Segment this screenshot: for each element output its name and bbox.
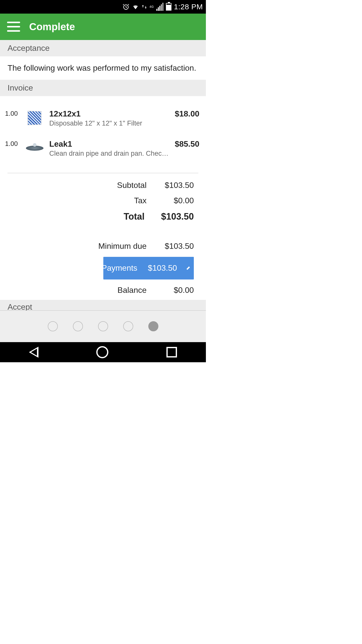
tax-value: $0.00 [156,196,194,205]
wifi-icon [132,3,139,10]
item-title: Leak1 [49,139,170,149]
back-button[interactable] [29,347,38,358]
min-due-row: Minimum due $103.50 [12,242,194,251]
page-indicator [0,310,206,342]
page-title: Complete [29,21,75,32]
tax-row: Tax $0.00 [12,196,194,205]
item-description: Clean drain pipe and drain pan. Check to… [49,150,170,157]
network-type: 4G [150,5,154,9]
filter-icon [27,111,41,125]
alarm-icon [122,3,129,10]
recent-apps-button[interactable] [166,347,177,357]
battery-icon [166,3,171,11]
status-time: 1:28 PM [174,3,203,11]
page-dot[interactable] [98,321,108,331]
sync-icon [142,4,147,10]
android-status-bar: 4G 1:28 PM [0,0,206,14]
section-acceptance-header: Acceptance [0,40,206,56]
section-invoice-header: Invoice [0,80,206,96]
menu-icon[interactable] [7,22,20,32]
balance-label: Balance [117,286,147,295]
page-dot[interactable] [48,321,58,331]
item-description: Disposable 12" x 12" x 1" Filter [49,119,170,127]
total-value: $103.50 [154,211,194,222]
item-price: $85.50 [175,139,201,149]
divider [8,173,198,174]
balance-value: $0.00 [156,286,194,295]
total-label: Total [124,211,145,222]
payments-label: Payments [102,263,137,273]
payments-value: $103.50 [148,263,177,273]
chevron-right-icon [187,266,190,270]
section-accept-header: Accept [0,300,206,310]
item-qty: 1.00 [5,139,20,148]
app-header: Complete [0,14,206,40]
acceptance-text: The following work was performed to my s… [0,56,206,80]
item-title: 12x12x1 [49,109,170,118]
page-dot[interactable] [123,321,133,331]
tax-label: Tax [134,196,147,205]
min-due-label: Minimum due [98,242,147,251]
payments-button[interactable]: Payments $103.50 [103,257,194,279]
total-row: Total $103.50 [12,211,194,222]
subtotal-label: Subtotal [117,181,147,190]
home-button[interactable] [96,346,108,358]
drain-pan-icon [26,146,43,151]
min-due-value: $103.50 [156,242,194,251]
item-thumbnail [25,139,45,157]
page-dot[interactable] [148,321,158,331]
invoice-totals: Subtotal $103.50 Tax $0.00 Total $103.50… [5,178,201,297]
balance-row: Balance $0.00 [12,286,194,295]
android-nav-bar [0,342,206,362]
item-qty: 1.00 [5,109,20,117]
invoice-list: 1.00 12x12x1 Disposable 12" x 12" x 1" F… [0,96,206,300]
subtotal-row: Subtotal $103.50 [12,181,194,190]
cell-signal-icon [156,3,163,11]
subtotal-value: $103.50 [156,181,194,190]
item-price: $18.00 [175,109,201,118]
invoice-line-item[interactable]: 1.00 12x12x1 Disposable 12" x 12" x 1" F… [5,103,201,133]
page-dot[interactable] [73,321,83,331]
item-thumbnail [25,109,45,127]
invoice-line-item[interactable]: 1.00 Leak1 Clean drain pipe and drain pa… [5,133,201,164]
